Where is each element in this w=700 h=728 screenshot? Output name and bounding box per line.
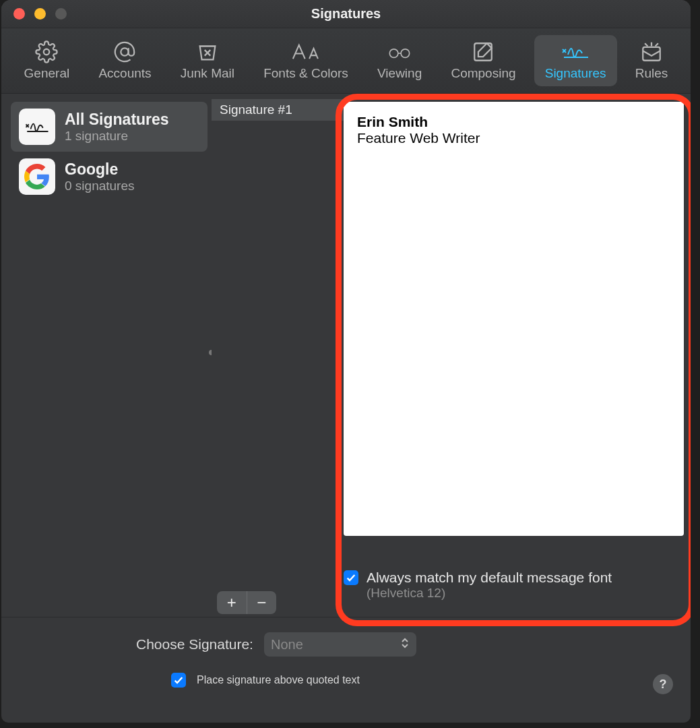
glasses-icon: [385, 40, 414, 63]
footer: Choose Signature: None Place signature a…: [1, 621, 691, 706]
place-above-label: Place signature above quoted text: [197, 674, 360, 686]
columns: All Signatures 1 signature Google 0 sign…: [1, 94, 691, 613]
main-content: All Signatures 1 signature Google 0 sign…: [1, 94, 691, 706]
add-remove-group: + −: [212, 584, 276, 614]
svg-point-4: [389, 49, 398, 58]
choose-signature-row: Choose Signature: None: [15, 632, 677, 657]
svg-point-0: [44, 49, 50, 55]
account-title: Google: [65, 160, 135, 179]
tab-fonts-colors[interactable]: Fonts & Colors: [253, 35, 359, 86]
google-icon: [19, 158, 55, 195]
match-font-checkbox[interactable]: [344, 570, 358, 585]
account-all-signatures[interactable]: All Signatures 1 signature: [11, 102, 208, 152]
svg-point-5: [401, 49, 410, 58]
tab-viewing[interactable]: Viewing: [367, 35, 433, 86]
tab-viewing-label: Viewing: [377, 66, 422, 81]
tab-general-label: General: [24, 66, 70, 81]
account-subtitle: 0 signatures: [65, 179, 135, 193]
all-signatures-icon: [19, 109, 55, 145]
signatures-list: Signature #1 + −: [212, 94, 344, 613]
preferences-window: Signatures General Accounts Junk Mail F: [1, 0, 691, 723]
add-signature-button[interactable]: +: [217, 591, 247, 614]
compose-icon: [472, 40, 495, 63]
gear-icon: [35, 40, 58, 63]
tab-fonts-colors-label: Fonts & Colors: [263, 66, 348, 81]
junk-icon: [196, 40, 219, 63]
tab-signatures[interactable]: Signatures: [534, 35, 617, 86]
match-font-label: Always match my default message font: [367, 570, 612, 586]
signature-line-2: Feature Web Writer: [357, 130, 480, 146]
divider: [1, 617, 691, 617]
svg-point-1: [121, 48, 129, 55]
fonts-icon: [290, 40, 321, 63]
tab-signatures-label: Signatures: [545, 66, 606, 81]
svg-rect-8: [643, 47, 660, 61]
tab-rules-label: Rules: [635, 66, 668, 81]
choose-signature-value: None: [271, 637, 303, 653]
tab-general[interactable]: General: [13, 35, 81, 86]
account-title: All Signatures: [65, 111, 169, 129]
accounts-sidebar: All Signatures 1 signature Google 0 sign…: [1, 94, 212, 613]
titlebar: Signatures: [1, 0, 691, 28]
font-hint: (Helvetica 12): [367, 586, 612, 601]
account-subtitle: 1 signature: [65, 129, 169, 144]
place-above-checkbox[interactable]: [171, 673, 186, 688]
tab-accounts[interactable]: Accounts: [88, 35, 162, 86]
rules-icon: [640, 40, 663, 63]
help-button[interactable]: ?: [653, 674, 673, 694]
tab-composing-label: Composing: [451, 66, 515, 81]
window-title: Signatures: [1, 6, 691, 22]
account-google[interactable]: Google 0 signatures: [11, 152, 208, 202]
choose-signature-label: Choose Signature:: [136, 636, 253, 653]
choose-signature-select[interactable]: None: [264, 632, 416, 657]
match-font-row: Always match my default message font: [344, 570, 612, 586]
tab-composing[interactable]: Composing: [440, 35, 526, 86]
signature-icon: [560, 40, 591, 63]
chevron-up-down-icon: [400, 637, 410, 652]
remove-signature-button[interactable]: −: [247, 591, 277, 614]
tab-accounts-label: Accounts: [98, 66, 151, 81]
at-icon: [113, 40, 136, 63]
signature-item[interactable]: Signature #1: [212, 99, 344, 121]
signature-editor[interactable]: Erin Smith Feature Web Writer: [344, 102, 684, 536]
account-texts: Google 0 signatures: [65, 160, 135, 193]
tab-junk-mail-label: Junk Mail: [181, 66, 234, 81]
account-texts: All Signatures 1 signature: [65, 111, 169, 144]
preferences-toolbar: General Accounts Junk Mail Fonts & Color…: [1, 28, 691, 94]
signature-editor-wrap: Erin Smith Feature Web Writer Always mat…: [344, 94, 691, 613]
tab-rules[interactable]: Rules: [625, 35, 679, 86]
signature-line-1: Erin Smith: [357, 114, 428, 129]
place-above-row: Place signature above quoted text: [171, 673, 677, 688]
tab-junk-mail[interactable]: Junk Mail: [170, 35, 245, 86]
